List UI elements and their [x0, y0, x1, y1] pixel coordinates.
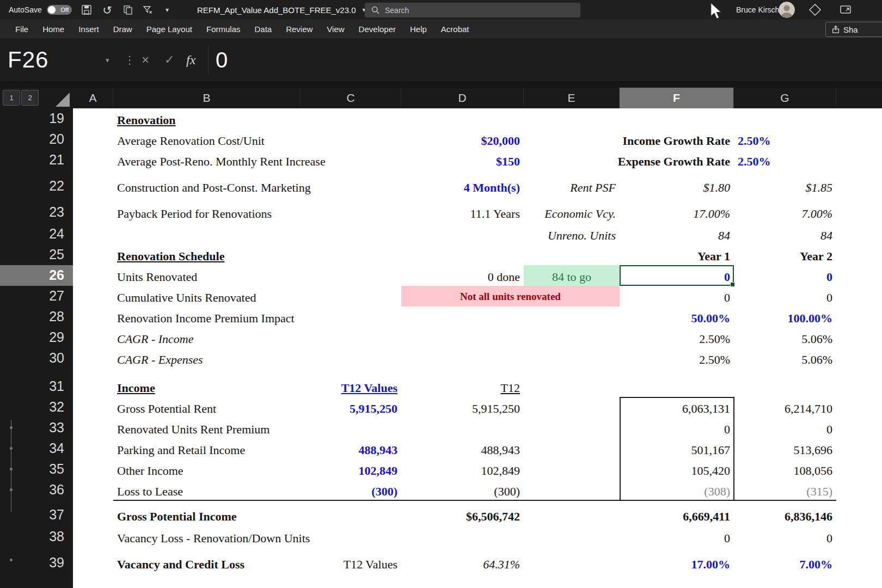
row-header-37[interactable]: 37 — [0, 500, 73, 525]
document-title[interactable]: REFM_Apt_Value Add_BOTE_FREE_v23.0 ▾ — [197, 0, 366, 20]
enter-button[interactable]: ✓ — [164, 39, 174, 81]
cell-G29[interactable]: 5.06% — [734, 327, 836, 348]
cell-B29[interactable]: CAGR - Income — [113, 327, 301, 348]
ribbon-tab-home[interactable]: Home — [35, 20, 71, 39]
ribbon-tab-formulas[interactable]: Formulas — [199, 20, 248, 39]
cell-F38[interactable]: 0 — [620, 525, 734, 547]
ribbon-tab-page-layout[interactable]: Page Layout — [139, 20, 199, 39]
ribbon-tab-insert[interactable]: Insert — [71, 20, 106, 39]
save-button[interactable] — [78, 0, 95, 20]
row-header-21[interactable]: 21 — [0, 150, 73, 170]
row-header-34[interactable]: 34 — [0, 438, 73, 459]
row-header-40[interactable] — [0, 573, 73, 588]
customize-toolbar-button[interactable]: ▾ — [159, 0, 175, 20]
share-button[interactable]: Sha — [825, 22, 882, 37]
cell-D32[interactable]: 5,915,250 — [401, 397, 524, 418]
column-header-F[interactable]: F — [620, 88, 734, 108]
formula-input[interactable]: 0 — [216, 39, 228, 81]
cell-F35[interactable]: 105,420 — [620, 459, 734, 480]
cell-F22[interactable]: $1.80 — [620, 170, 734, 197]
row-header-22[interactable]: 22 — [0, 170, 73, 197]
cell-D34[interactable]: 488,943 — [401, 438, 524, 459]
cell-F34[interactable]: 501,167 — [620, 438, 734, 459]
cell-E24[interactable]: Unreno. Units — [524, 223, 620, 244]
cell-B33[interactable]: Renovated Units Rent Premium — [113, 418, 301, 438]
cell-D27[interactable]: Not all units renovated — [401, 286, 620, 307]
cell-F36[interactable]: (308) — [620, 480, 734, 500]
cell-D31[interactable]: T12 — [401, 369, 524, 397]
cell-B28[interactable]: Renovation Income Premium Impact — [113, 307, 301, 327]
empty-cells[interactable] — [73, 573, 882, 588]
cell-F29[interactable]: 2.50% — [620, 327, 734, 348]
cell-F27[interactable]: 0 — [620, 286, 734, 307]
cell-B19[interactable]: Renovation — [113, 108, 301, 129]
cell-G37[interactable]: 6,836,146 — [734, 500, 836, 525]
cell-G36[interactable]: (315) — [734, 480, 836, 500]
cell-G20[interactable]: 2.50% — [734, 129, 836, 150]
row-header-23[interactable]: 23 — [0, 197, 73, 223]
window-button[interactable] — [837, 0, 854, 20]
cell-C34[interactable]: 488,943 — [301, 438, 401, 459]
avatar[interactable] — [779, 2, 795, 18]
cell-B20[interactable]: Average Renovation Cost/Unit — [113, 129, 301, 150]
cell-G26[interactable]: 0 — [734, 265, 836, 286]
column-header-A[interactable]: A — [73, 88, 113, 108]
clear-filter-button[interactable] — [139, 0, 156, 20]
autosave-toggle[interactable]: Off — [47, 0, 72, 20]
row-header-30[interactable]: 30 — [0, 348, 73, 369]
cell-D39[interactable]: 64.31% — [401, 547, 524, 573]
copy-button[interactable] — [120, 0, 136, 20]
cell-F37[interactable]: 6,669,411 — [620, 500, 734, 525]
select-all-button[interactable] — [56, 93, 70, 107]
cell-B26[interactable]: Units Renovated — [113, 265, 301, 286]
cell-B30[interactable]: CAGR - Expenses — [113, 348, 301, 369]
cell-B25[interactable]: Renovation Schedule — [113, 244, 301, 265]
ribbon-tab-view[interactable]: View — [320, 20, 351, 39]
name-box-dropdown[interactable]: ▾ — [106, 39, 109, 81]
cell-G35[interactable]: 108,056 — [734, 459, 836, 480]
cell-G33[interactable]: 0 — [734, 418, 836, 438]
cell-E21[interactable]: Expense Growth Rate — [524, 150, 734, 170]
cell-B37[interactable]: Gross Potential Income — [113, 500, 301, 525]
cell-B21[interactable]: Average Post-Reno. Monthly Rent Increase — [113, 150, 301, 170]
designer-button[interactable] — [807, 0, 823, 20]
cell-D21[interactable]: $150 — [401, 150, 524, 170]
cell-F32[interactable]: 6,063,131 — [620, 397, 734, 418]
name-box[interactable]: F26 — [8, 39, 48, 81]
cell-D22[interactable]: 4 Month(s) — [401, 170, 524, 197]
cell-B23[interactable]: Payback Period for Renovations — [113, 197, 301, 223]
cell-F28[interactable]: 50.00% — [620, 307, 734, 327]
cell-E26[interactable]: 84 to go — [524, 265, 620, 286]
cell-G28[interactable]: 100.00% — [734, 307, 836, 327]
row-header-35[interactable]: 35 — [0, 459, 73, 480]
row-header-36[interactable]: 36 — [0, 480, 73, 500]
row-header-27[interactable]: 27 — [0, 286, 73, 307]
cell-C32[interactable]: 5,915,250 — [301, 397, 401, 418]
column-header-D[interactable]: D — [401, 88, 524, 108]
cell-G27[interactable]: 0 — [734, 286, 836, 307]
undo-button[interactable]: ↺ — [99, 0, 115, 20]
cell-F23[interactable]: 17.00% — [620, 197, 734, 223]
ribbon-tab-file[interactable]: File — [8, 20, 35, 39]
ribbon-tab-help[interactable]: Help — [403, 20, 434, 39]
cell-C31[interactable]: T12 Values — [301, 369, 401, 397]
cell-B32[interactable]: Gross Potential Rent — [113, 397, 301, 418]
insert-function-button[interactable]: fx — [186, 39, 195, 81]
column-header-B[interactable]: B — [113, 88, 301, 108]
cell-B31[interactable]: Income — [113, 369, 301, 397]
cell-F25[interactable]: Year 1 — [620, 244, 734, 265]
row-header-29[interactable]: 29 — [0, 327, 73, 348]
cell-E20[interactable]: Income Growth Rate — [524, 129, 734, 150]
ribbon-tab-review[interactable]: Review — [279, 20, 320, 39]
cell-B35[interactable]: Other Income — [113, 459, 301, 480]
cell-D26[interactable]: 0 done — [401, 265, 524, 286]
cell-B27[interactable]: Cumulative Units Renovated — [113, 286, 301, 307]
cell-G24[interactable]: 84 — [734, 223, 836, 244]
cell-C39[interactable]: T12 Values — [301, 547, 401, 573]
cell-G23[interactable]: 7.00% — [734, 197, 836, 223]
column-header-C[interactable]: C — [301, 88, 401, 108]
column-header-G[interactable]: G — [734, 88, 836, 108]
cell-D35[interactable]: 102,849 — [401, 459, 524, 480]
cell-B36[interactable]: Loss to Lease — [113, 480, 301, 500]
cell-D23[interactable]: 11.1 Years — [401, 197, 524, 223]
